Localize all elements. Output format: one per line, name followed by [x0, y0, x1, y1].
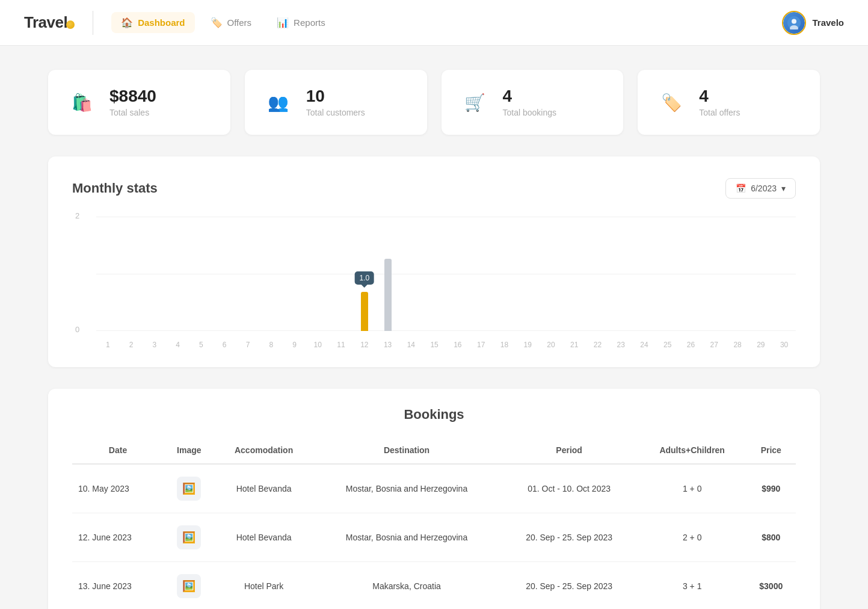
stat-value-sales: $8840 [109, 87, 156, 106]
grid-label-2: 2 [75, 211, 79, 220]
x-label-26: 26 [679, 341, 703, 349]
bar-group-day26 [679, 217, 703, 331]
cell-period-1: 20. Sep - 25. Sep 2023 [500, 513, 638, 562]
header: Travel 🏠 Dashboard 🏷️ Offers 📊 Reports [0, 0, 868, 46]
x-label-15: 15 [423, 341, 446, 349]
nav-item-reports[interactable]: 📊 Reports [267, 12, 335, 33]
stat-value-bookings: 4 [503, 87, 557, 106]
chart-icon: 📊 [277, 17, 289, 28]
cell-date-1: 12. June 2023 [72, 513, 164, 562]
grid-label-0: 0 [75, 325, 79, 334]
cell-period-2: 20. Sep - 25. Sep 2023 [500, 562, 638, 610]
cell-image-2: 🖼️ [164, 562, 215, 610]
customers-icon: 👥 [263, 87, 294, 118]
bar-group-day17 [469, 217, 493, 331]
image-placeholder-2: 🖼️ [177, 574, 201, 598]
nav-label-reports: Reports [294, 17, 325, 28]
table-row: 13. June 2023 🖼️ Hotel Park Makarska, Cr… [72, 562, 796, 610]
bar-group-day28 [726, 217, 749, 331]
chart-title: Monthly stats [72, 181, 158, 196]
col-header-image: Image [164, 437, 215, 464]
user-area: Travelo [782, 11, 844, 35]
bar-group-day29 [749, 217, 772, 331]
stat-card-offers: 🏷️ 4 Total offers [638, 70, 820, 135]
month-label: 6/2023 [751, 184, 777, 193]
bar-group-day4 [166, 217, 189, 331]
avatar-inner [783, 12, 805, 34]
nav-label-offers: Offers [227, 17, 252, 28]
col-header-period: Period [500, 437, 638, 464]
col-header-price: Price [746, 437, 796, 464]
stat-cards: 🛍️ $8840 Total sales 👥 10 Total customer… [48, 70, 820, 135]
cell-accommodation-1: Hotel Bevanda [215, 513, 313, 562]
bar-group-day22 [586, 217, 609, 331]
nav-item-offers[interactable]: 🏷️ Offers [201, 12, 262, 33]
chart-bars: 1.0 [96, 217, 796, 331]
stat-value-offers: 4 [699, 87, 740, 106]
nav-item-dashboard[interactable]: 🏠 Dashboard [111, 12, 194, 33]
bar-group-day21 [562, 217, 586, 331]
cell-adults-1: 2 + 0 [638, 513, 746, 562]
cell-accommodation-2: Hotel Park [215, 562, 313, 610]
x-label-21: 21 [562, 341, 586, 349]
stat-label-bookings: Total bookings [503, 108, 557, 117]
table-row: 12. June 2023 🖼️ Hotel Bevanda Mostar, B… [72, 513, 796, 562]
bar-group-day23 [609, 217, 633, 331]
cart-icon: 🛒 [460, 87, 491, 118]
cell-image-1: 🖼️ [164, 513, 215, 562]
x-label-24: 24 [633, 341, 656, 349]
x-label-18: 18 [493, 341, 516, 349]
bar-group-day13 [376, 217, 399, 331]
image-placeholder-0: 🖼️ [177, 477, 201, 501]
avatar [782, 11, 806, 35]
col-header-destination: Destination [313, 437, 500, 464]
x-label-17: 17 [469, 341, 493, 349]
month-selector[interactable]: 📅 6/2023 ▾ [725, 178, 796, 199]
svg-point-1 [792, 19, 796, 23]
x-label-9: 9 [283, 341, 306, 349]
chart-area: 2 0 1.0 12345678910111213141516171819202… [72, 217, 796, 349]
bar-group-day1 [96, 217, 120, 331]
x-label-16: 16 [446, 341, 469, 349]
bar-group-day7 [236, 217, 260, 331]
x-label-3: 3 [143, 341, 167, 349]
bar-group-day27 [703, 217, 726, 331]
bar-day13-gray [384, 259, 392, 331]
bar-group-day12: 1.0 [352, 217, 376, 331]
bar-group-day9 [283, 217, 306, 331]
bar-group-day19 [516, 217, 540, 331]
chart-section: Monthly stats 📅 6/2023 ▾ 2 0 [48, 156, 820, 367]
home-icon: 🏠 [121, 17, 133, 28]
stat-label-offers: Total offers [699, 108, 740, 117]
chart-header: Monthly stats 📅 6/2023 ▾ [72, 178, 796, 199]
cell-adults-2: 3 + 1 [638, 562, 746, 610]
calendar-icon: 📅 [736, 184, 746, 193]
bar-group-day16 [446, 217, 469, 331]
x-label-2: 2 [120, 341, 143, 349]
logo: Travel [24, 13, 75, 32]
bar-group-day10 [306, 217, 330, 331]
stat-info-bookings: 4 Total bookings [503, 87, 557, 117]
cell-destination-2: Makarska, Croatia [313, 562, 500, 610]
header-divider [93, 11, 93, 35]
x-label-4: 4 [166, 341, 189, 349]
bar-group-day2 [120, 217, 143, 331]
bar-group-day5 [189, 217, 213, 331]
x-label-6: 6 [213, 341, 236, 349]
stat-info-offers: 4 Total offers [699, 87, 740, 117]
bar-group-day14 [399, 217, 423, 331]
bar-group-day20 [540, 217, 563, 331]
x-label-1: 1 [96, 341, 120, 349]
bar-group-day6 [213, 217, 236, 331]
cell-price-0: $990 [746, 464, 796, 513]
x-label-25: 25 [656, 341, 679, 349]
bookings-table: Date Image Accomodation Destination Peri… [72, 437, 796, 609]
main-nav: 🏠 Dashboard 🏷️ Offers 📊 Reports [111, 12, 782, 33]
stat-value-customers: 10 [306, 87, 365, 106]
x-label-22: 22 [586, 341, 609, 349]
x-label-23: 23 [609, 341, 633, 349]
bar-day12-orange: 1.0 [361, 292, 368, 331]
nav-label-dashboard: Dashboard [138, 17, 185, 28]
bar-group-day11 [330, 217, 353, 331]
bar-group-day25 [656, 217, 679, 331]
